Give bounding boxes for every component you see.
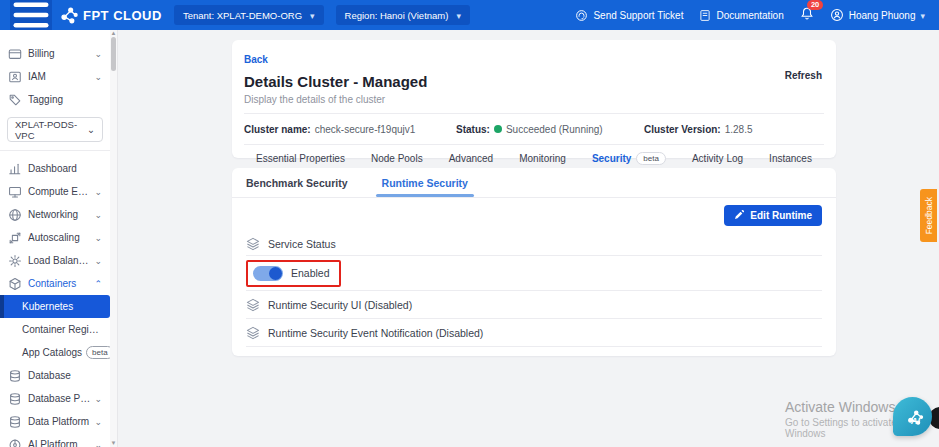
edit-runtime-button[interactable]: Edit Runtime: [724, 205, 822, 226]
runtime-security-ui-row[interactable]: Runtime Security UI (Disabled): [246, 291, 822, 319]
database-icon: [8, 415, 22, 429]
chevron-down-icon: [94, 417, 102, 427]
sidebar-item-container-registry[interactable]: Container Registry: [0, 318, 110, 341]
status-value: Succeeded (Running): [506, 124, 603, 135]
layers-icon: [246, 237, 260, 251]
cluster-name-value: check-secure-f19qujv1: [315, 124, 416, 135]
send-support-ticket-button[interactable]: Send Support Ticket: [575, 9, 683, 22]
documentation-book-icon: [699, 9, 711, 22]
cluster-name-info: Cluster name: check-secure-f19qujv1: [244, 124, 456, 135]
scrollbar-thumb[interactable]: [111, 37, 116, 71]
chevron-down-icon: [456, 10, 461, 21]
brand-text: FPT CLOUD: [83, 8, 162, 23]
support-label: Send Support Ticket: [593, 10, 683, 21]
database-icon: [8, 392, 22, 406]
database-icon: [8, 369, 22, 383]
tag-icon: [8, 93, 22, 107]
back-link[interactable]: Back: [244, 54, 268, 65]
region-label: Region: Hanoi (Vietnam): [345, 10, 449, 21]
iam-icon: [8, 70, 22, 84]
red-highlight-box: Enabled: [246, 260, 341, 287]
service-status-toggle[interactable]: [253, 266, 283, 281]
service-status-label: Service Status: [268, 238, 336, 250]
ai-platform-icon: [8, 438, 22, 447]
status-green-dot: [494, 125, 502, 133]
chevron-up-icon: [94, 279, 102, 289]
sidebar-scrollbar[interactable]: ▲ ▼: [110, 30, 117, 447]
sidebar-item-ai-platform[interactable]: AI Platform: [0, 433, 110, 447]
container-icon: [8, 277, 22, 291]
ai-assistant-bubble[interactable]: AI: [893, 397, 932, 436]
notifications-button[interactable]: 20: [800, 6, 814, 25]
sidebar-item-compute-engine[interactable]: Compute Engine: [0, 180, 110, 203]
tenant-selector[interactable]: Tenant: XPLAT-DEMO-ORG: [174, 5, 324, 25]
feedback-tab[interactable]: Feedback: [920, 189, 937, 242]
sidebar-item-data-platform[interactable]: Data Platform: [0, 410, 110, 433]
dashboard-chart-icon: [8, 162, 22, 176]
cluster-status-info: Status: Succeeded (Running): [456, 124, 644, 135]
security-subtabs: Benchmark Security Runtime Security: [232, 168, 836, 198]
sidebar: Billing IAM Tagging XPLAT-PODS-VPC: [0, 30, 118, 447]
toggle-state-label: Enabled: [291, 267, 330, 279]
tenant-label: Tenant: XPLAT-DEMO-ORG: [183, 10, 302, 21]
billing-icon: [8, 47, 22, 61]
topbar-right: Send Support Ticket Documentation 20 Hoa…: [575, 6, 939, 25]
sidebar-item-iam[interactable]: IAM: [0, 65, 110, 88]
gear-icon: [8, 254, 22, 268]
ai-label: AI: [911, 416, 920, 426]
sidebar-item-dashboard[interactable]: Dashboard: [0, 157, 110, 180]
fpt-cloud-logo: FPT CLOUD: [60, 6, 162, 25]
version-value: 1.28.5: [725, 124, 753, 135]
monitor-icon: [8, 185, 22, 199]
hamburger-menu-icon[interactable]: [10, 0, 52, 30]
scroll-down-arrow-icon[interactable]: ▼: [110, 440, 117, 447]
page-subtitle: Display the details of the cluster: [244, 94, 824, 114]
beta-badge: beta: [86, 346, 110, 359]
subtab-benchmark-security[interactable]: Benchmark Security: [246, 168, 348, 197]
main-content: Back Refresh Details Cluster - Managed D…: [118, 30, 939, 447]
security-beta-badge: beta: [636, 152, 666, 165]
support-headset-icon: [575, 9, 588, 22]
refresh-button[interactable]: Refresh: [785, 70, 822, 81]
pencil-icon: [734, 210, 744, 220]
cluster-info-row: Cluster name: check-secure-f19qujv1 Stat…: [244, 114, 824, 145]
runtime-security-event-notification-row[interactable]: Runtime Security Event Notification (Dis…: [246, 319, 822, 347]
chevron-down-icon: [920, 10, 925, 21]
chevron-down-icon: [94, 210, 102, 220]
user-name: Hoang Phuong: [849, 10, 916, 21]
chevron-down-icon: [94, 72, 102, 82]
chevron-down-icon: [310, 10, 315, 21]
scroll-up-arrow-icon[interactable]: ▲: [110, 30, 117, 37]
chevron-down-icon: [94, 233, 102, 243]
sidebar-item-kubernetes[interactable]: Kubernetes: [0, 295, 110, 318]
chevron-down-icon: [94, 49, 102, 59]
sidebar-item-tagging[interactable]: Tagging: [0, 88, 110, 111]
documentation-label: Documentation: [716, 10, 783, 21]
globe-icon: [8, 208, 22, 222]
chevron-down-icon: [94, 394, 102, 404]
user-avatar-icon: [830, 8, 844, 22]
service-status-row[interactable]: Service Status: [246, 232, 822, 256]
runtime-security-card: Benchmark Security Runtime Security Edit…: [232, 168, 836, 356]
screen: FPT CLOUD Tenant: XPLAT-DEMO-ORG Region:…: [0, 0, 939, 447]
subtab-runtime-security[interactable]: Runtime Security: [382, 168, 468, 197]
page-title: Details Cluster - Managed: [244, 73, 824, 90]
sidebar-item-app-catalogs[interactable]: App Catalogs beta: [0, 341, 110, 364]
sidebar-item-billing[interactable]: Billing: [0, 42, 110, 65]
region-selector[interactable]: Region: Hanoi (Vietnam): [336, 5, 470, 25]
documentation-button[interactable]: Documentation: [699, 9, 783, 22]
toggle-knob: [269, 267, 282, 280]
layers-icon: [246, 326, 260, 340]
sidebar-item-database-platform[interactable]: Database Platform: [0, 387, 110, 410]
user-menu[interactable]: Hoang Phuong: [830, 8, 925, 22]
cluster-details-header-card: Back Refresh Details Cluster - Managed D…: [232, 40, 836, 158]
sidebar-item-containers[interactable]: Containers: [0, 272, 110, 295]
chevron-down-icon: [94, 440, 102, 447]
sidebar-item-load-balancer[interactable]: Load Balancer: [0, 249, 110, 272]
vpc-selector[interactable]: XPLAT-PODS-VPC: [7, 117, 103, 142]
sidebar-item-database[interactable]: Database: [0, 364, 110, 387]
chevron-down-icon: [94, 256, 102, 266]
sidebar-item-autoscaling[interactable]: Autoscaling: [0, 226, 110, 249]
sidebar-item-networking[interactable]: Networking: [0, 203, 110, 226]
topbar: FPT CLOUD Tenant: XPLAT-DEMO-ORG Region:…: [0, 0, 939, 30]
